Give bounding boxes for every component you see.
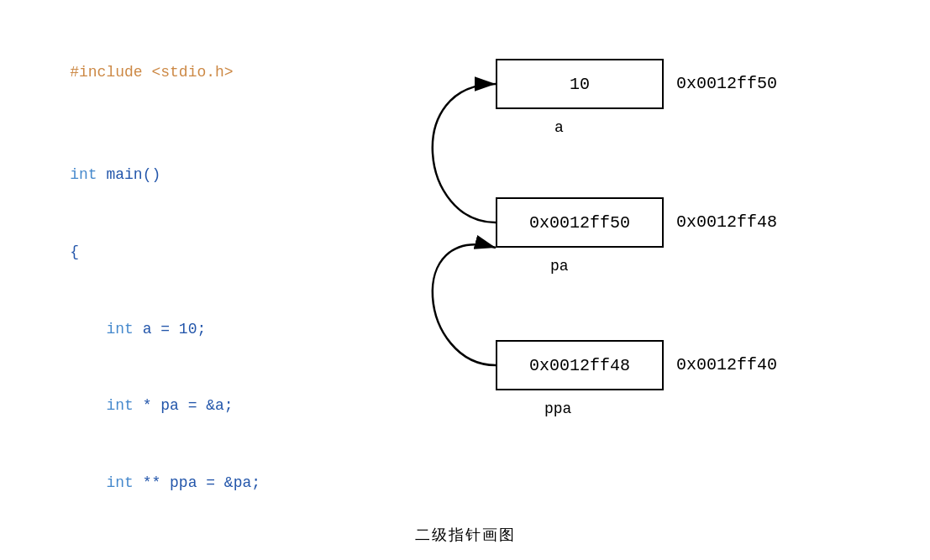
code-line-8: [34, 521, 260, 547]
code-section: #include <stdio.h> int main() { int a = …: [34, 34, 260, 560]
code-line-6: int * pa = &a;: [34, 368, 260, 445]
keyword-int-main: int: [70, 166, 97, 183]
box-pa: 0x0012ff50: [496, 197, 664, 248]
addr-pa: 0x0012ff48: [676, 212, 777, 232]
box-ppa: 0x0012ff48: [496, 340, 664, 390]
code-line-7: int ** ppa = &pa;: [34, 445, 260, 522]
keyword-int-ppa: int: [70, 474, 134, 491]
box-ppa-value: 0x0012ff48: [529, 356, 630, 375]
code-line-9: return 0;: [34, 547, 260, 560]
diagram-section: 10 a 0x0012ff50 0x0012ff50 pa 0x0012ff48…: [353, 25, 924, 512]
keyword-int-pa: int: [70, 397, 134, 414]
keyword-int-a: int: [70, 321, 134, 338]
code-line-4: {: [34, 213, 260, 290]
box-a: 10: [496, 59, 664, 109]
code-line-5: int a = 10;: [34, 290, 260, 368]
label-a: a: [554, 119, 564, 136]
box-a-value: 10: [570, 75, 590, 94]
code-line-3: int main(): [34, 136, 260, 213]
brace-open: {: [70, 243, 79, 260]
page-caption: 二级指针画图: [415, 525, 516, 545]
box-pa-value: 0x0012ff50: [529, 213, 630, 233]
label-ppa: ppa: [544, 400, 571, 417]
label-pa: pa: [550, 258, 569, 275]
addr-ppa: 0x0012ff40: [676, 355, 777, 374]
code-line-1: #include <stdio.h>: [34, 34, 260, 111]
include-text: #include <stdio.h>: [70, 64, 233, 81]
code-line-2: [34, 111, 260, 137]
addr-a: 0x0012ff50: [676, 74, 777, 93]
